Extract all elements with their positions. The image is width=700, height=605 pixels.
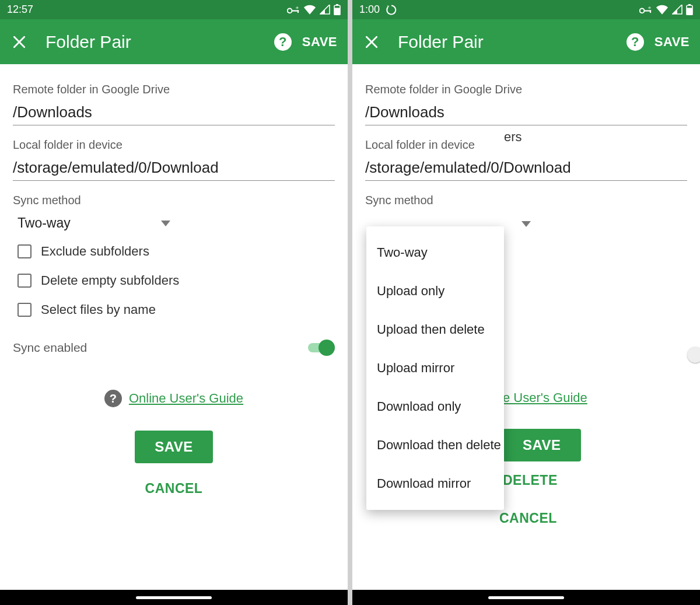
- nav-home-pill[interactable]: [136, 596, 212, 599]
- sync-method-label: Sync method: [13, 194, 335, 207]
- local-folder-label: Local folder in device: [365, 138, 687, 152]
- guide-help-button[interactable]: ?: [104, 390, 122, 407]
- local-folder-input[interactable]: /storage/emulated/0/Download: [13, 152, 335, 181]
- sync-method-value: Two-way: [18, 215, 71, 231]
- svg-rect-12: [650, 10, 651, 13]
- help-button[interactable]: ?: [626, 33, 644, 51]
- dropdown-option-upload-then-delete[interactable]: Upload then delete: [366, 310, 504, 349]
- close-icon: [364, 34, 379, 50]
- checkbox-label: Delete empty subfolders: [41, 273, 179, 288]
- status-icons: G: [639, 4, 693, 15]
- phone-left: 12:57 G Folder Pair ? SAVE Remote folder…: [0, 0, 348, 605]
- status-bar: 1:00 G: [352, 0, 700, 19]
- wifi-icon: [303, 5, 316, 15]
- status-icons: G: [287, 4, 341, 15]
- phone-right: 1:00 G Folder Pair ? SAVE Remote folder …: [352, 0, 700, 605]
- svg-rect-7: [334, 8, 340, 15]
- checkbox-icon: [18, 274, 32, 288]
- select-files-by-name-checkbox[interactable]: Select files by name: [13, 295, 335, 324]
- checkbox-icon: [18, 244, 32, 258]
- exclude-subfolders-checkbox[interactable]: Exclude subfolders: [13, 237, 335, 266]
- delete-button[interactable]: DELETE: [503, 473, 558, 488]
- dropdown-option-upload-mirror[interactable]: Upload mirror: [366, 349, 504, 387]
- battery-icon: [686, 4, 693, 15]
- svg-point-0: [288, 8, 292, 13]
- form-content: Remote folder in Google Drive /Downloads…: [352, 64, 700, 590]
- remote-folder-input[interactable]: /Downloads: [13, 96, 335, 125]
- close-button[interactable]: [10, 33, 28, 51]
- signal-icon: [672, 5, 682, 15]
- signal-icon: [320, 5, 330, 15]
- switch-thumb: [687, 347, 700, 363]
- cancel-button[interactable]: CANCEL: [499, 510, 557, 526]
- question-icon: ?: [110, 392, 117, 405]
- guide-row: ? Online User's Guide: [13, 390, 335, 407]
- cancel-button[interactable]: CANCEL: [13, 481, 335, 496]
- save-button[interactable]: SAVE: [135, 431, 213, 463]
- checkbox-label: Exclude subfolders: [41, 244, 149, 259]
- appbar-save-button[interactable]: SAVE: [654, 34, 690, 50]
- sync-method-dropdown-menu: Two-way Upload only Upload then delete U…: [366, 226, 504, 510]
- sync-status-icon: [386, 4, 397, 16]
- question-icon: ?: [279, 34, 286, 50]
- sync-method-dropdown[interactable]: Two-way: [13, 213, 170, 237]
- form-content: Remote folder in Google Drive /Downloads…: [0, 64, 348, 590]
- app-bar: Folder Pair ? SAVE: [352, 19, 700, 64]
- page-title: Folder Pair: [46, 32, 274, 52]
- svg-rect-17: [687, 8, 692, 15]
- android-nav-bar: [0, 590, 348, 605]
- chevron-down-icon: [522, 221, 531, 227]
- svg-text:G: G: [649, 6, 650, 9]
- app-bar: Folder Pair ? SAVE: [0, 19, 348, 64]
- sync-method-label: Sync method: [365, 194, 687, 207]
- dropdown-option-download-then-delete[interactable]: Download then delete: [366, 426, 504, 464]
- svg-text:G: G: [296, 6, 298, 9]
- dropdown-option-two-way[interactable]: Two-way: [366, 233, 504, 272]
- local-folder-input[interactable]: /storage/emulated/0/Download: [365, 152, 687, 181]
- checkbox-icon: [18, 303, 32, 317]
- page-title: Folder Pair: [398, 32, 626, 52]
- appbar-save-button[interactable]: SAVE: [302, 34, 337, 50]
- delete-empty-subfolders-checkbox[interactable]: Delete empty subfolders: [13, 266, 335, 295]
- wifi-icon: [656, 5, 668, 15]
- save-button[interactable]: SAVE: [503, 429, 581, 461]
- android-nav-bar: [352, 590, 700, 605]
- dropdown-option-upload-only[interactable]: Upload only: [366, 272, 504, 310]
- peek-guide-link[interactable]: e User's Guide: [503, 390, 700, 405]
- battery-icon: [334, 4, 341, 15]
- local-folder-label: Local folder in device: [13, 138, 335, 152]
- vpn-key-icon: G: [287, 6, 300, 14]
- chevron-down-icon: [161, 221, 170, 226]
- close-icon: [12, 34, 27, 50]
- question-icon: ?: [631, 34, 639, 50]
- online-guide-link[interactable]: Online User's Guide: [129, 391, 243, 406]
- switch-thumb: [318, 340, 335, 356]
- svg-rect-2: [298, 10, 299, 13]
- checkbox-label: Select files by name: [41, 302, 156, 317]
- remote-folder-input[interactable]: /Downloads: [365, 96, 687, 125]
- sync-enabled-switch[interactable]: [308, 340, 335, 356]
- remote-folder-label: Remote folder in Google Drive: [13, 83, 335, 96]
- dropdown-option-download-mirror[interactable]: Download mirror: [366, 464, 504, 503]
- dropdown-option-download-only[interactable]: Download only: [366, 387, 504, 426]
- nav-home-pill[interactable]: [488, 596, 564, 599]
- help-button[interactable]: ?: [274, 33, 292, 51]
- sync-enabled-row: Sync enabled: [13, 340, 335, 356]
- status-time: 12:57: [7, 4, 33, 16]
- sync-enabled-label: Sync enabled: [13, 341, 87, 355]
- status-bar: 12:57 G: [0, 0, 348, 19]
- vpn-key-icon: G: [639, 6, 652, 14]
- status-time: 1:00: [359, 4, 380, 16]
- svg-point-10: [640, 8, 645, 13]
- remote-folder-label: Remote folder in Google Drive: [365, 83, 687, 96]
- close-button[interactable]: [363, 33, 380, 51]
